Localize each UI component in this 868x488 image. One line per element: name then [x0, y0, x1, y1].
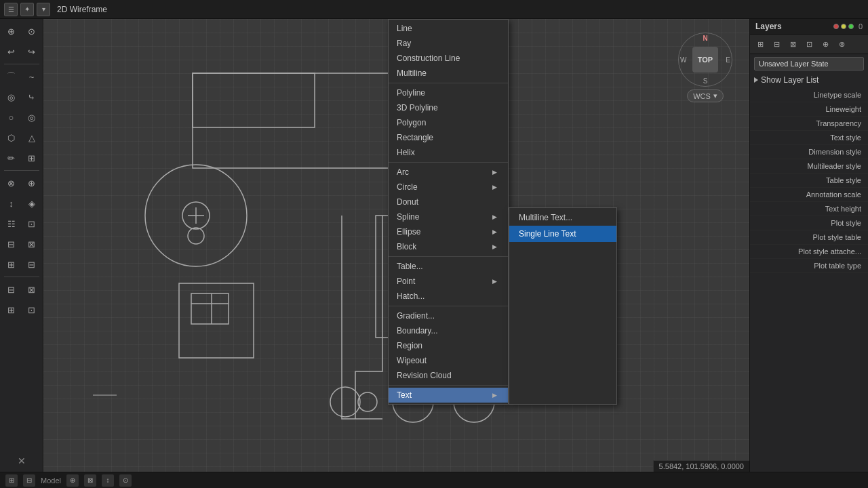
tool-arrow[interactable]: ⤷ — [22, 87, 41, 106]
compass-center[interactable]: TOP — [692, 47, 718, 73]
tool-sq4[interactable]: ⊟ — [22, 255, 41, 274]
right-panel: Layers 0 ⊞ ⊟ ⊠ ⊡ ⊕ ⊗ Unsaved Layer State… — [749, 19, 868, 472]
wcs-badge[interactable]: WCS ▾ — [687, 89, 724, 102]
show-layer-list-label: Show Layer List — [761, 75, 818, 85]
layer-tool-4[interactable]: ⊡ — [802, 37, 816, 52]
layer-state-label[interactable]: Unsaved Layer State — [754, 57, 864, 70]
tool-wave[interactable]: ~ — [22, 67, 41, 86]
tool-poly[interactable]: ○ — [2, 108, 21, 127]
tool-undo[interactable]: ↩ — [2, 42, 21, 61]
tool-edit[interactable]: ✏ — [2, 148, 21, 167]
compass-ring[interactable]: N S W E TOP — [678, 33, 732, 87]
menu-item-line[interactable]: Line — [389, 21, 508, 36]
tool-cube[interactable]: ⊠ — [22, 280, 41, 299]
menu-item-block[interactable]: Block — [389, 239, 508, 254]
quick-access-icon[interactable]: ✦ — [20, 3, 34, 16]
menu-item-table[interactable]: Table... — [389, 259, 508, 274]
menu-item-hatch[interactable]: Hatch... — [389, 289, 508, 304]
menu-item-text[interactable]: Text — [389, 388, 508, 403]
menu-item-polyline[interactable]: Polyline — [389, 85, 508, 100]
menu-sep-1 — [389, 83, 508, 83]
tool-ellipse[interactable]: ◎ — [22, 108, 41, 127]
ortho-icon[interactable]: ↕ — [102, 474, 114, 487]
tool-tri[interactable]: △ — [22, 128, 41, 147]
dropdown-arrow[interactable]: ▾ — [37, 3, 50, 16]
wcs-dropdown-arrow: ▾ — [713, 92, 717, 100]
svg-rect-3 — [191, 293, 229, 324]
bottom-icon-2[interactable]: ⊟ — [23, 474, 35, 487]
menu-item-construction-line[interactable]: Construction Line — [389, 51, 508, 66]
tool-plus[interactable]: ⊕ — [22, 174, 41, 192]
tool-sq3[interactable]: ⊞ — [2, 255, 21, 274]
menu-item-multiline[interactable]: Multiline — [389, 66, 508, 81]
layer-tool-5[interactable]: ⊕ — [818, 37, 833, 52]
sub-menu-item-single-line-text[interactable]: Single Line Text — [509, 226, 616, 242]
menu-item-donut[interactable]: Donut — [389, 195, 508, 209]
tool-new[interactable]: ⊕ — [2, 22, 21, 41]
snap-icon[interactable]: ⊕ — [66, 474, 79, 487]
menu-item-point[interactable]: Point — [389, 274, 508, 289]
menu-item-region[interactable]: Region — [389, 338, 508, 353]
menu-icon[interactable]: ☰ — [4, 3, 18, 16]
tool-render[interactable]: ⊞ — [2, 300, 21, 319]
layer-tool-1[interactable]: ⊞ — [753, 37, 768, 52]
menu-item-3d-polyline[interactable]: 3D Polyline — [389, 100, 508, 115]
tool-sq1[interactable]: ⊟ — [2, 235, 21, 253]
sub-menu-item-multiline-text[interactable]: Multiline Text... — [509, 209, 616, 226]
tool-open[interactable]: ⊙ — [22, 22, 41, 41]
menu-item-wipeout[interactable]: Wipeout — [389, 353, 508, 368]
svg-rect-0 — [193, 73, 389, 168]
tool-lines[interactable]: ☷ — [2, 214, 21, 233]
tool-square-dot[interactable]: ⊡ — [22, 214, 41, 233]
tool-diamond[interactable]: ◈ — [22, 194, 41, 213]
menu-item-boundary[interactable]: Boundary... — [389, 323, 508, 338]
tool-row-4: ◎ ⤷ — [2, 87, 41, 106]
close-x-icon[interactable]: ✕ — [18, 455, 26, 466]
tool-grid[interactable]: ⊞ — [22, 148, 41, 167]
menu-item-revision-cloud[interactable]: Revision Cloud — [389, 368, 508, 383]
menu-item-ellipse[interactable]: Ellipse — [389, 224, 508, 239]
left-toolbar: ⊕ ⊙ ↩ ↪ ⌒ ~ ◎ ⤷ ○ ◎ ⬡ △ ✏ ⊞ ⊗ — [0, 19, 43, 472]
tool-hex[interactable]: ⬡ — [2, 128, 21, 147]
layer-tool-6[interactable]: ⊗ — [834, 37, 849, 52]
menu-item-gradient[interactable]: Gradient... — [389, 308, 508, 323]
layers-title: Layers — [755, 22, 782, 31]
prop-dimension-style: Dimension style — [750, 145, 868, 159]
menu-item-circle[interactable]: Circle — [389, 180, 508, 195]
tool-camera[interactable]: ⊟ — [2, 280, 21, 299]
layer-tool-2[interactable]: ⊟ — [769, 37, 784, 52]
layers-dots: 0 — [833, 22, 863, 30]
tool-mat[interactable]: ⊡ — [22, 300, 41, 319]
menu-item-rectangle[interactable]: Rectangle — [389, 130, 508, 145]
show-layer-list[interactable]: Show Layer List — [750, 73, 868, 87]
menu-item-arc[interactable]: Arc — [389, 165, 508, 180]
workspace-label: 2D Wireframe — [57, 5, 107, 14]
polar-icon[interactable]: ⊙ — [119, 474, 132, 487]
prop-lineweight: Lineweight — [750, 102, 868, 117]
bottom-icon-1[interactable]: ⊞ — [5, 474, 18, 487]
tool-circle[interactable]: ◎ — [2, 87, 21, 106]
grid-icon[interactable]: ⊠ — [84, 474, 96, 487]
tool-row-6: ⬡ △ — [2, 128, 41, 147]
tool-cross[interactable]: ⊗ — [2, 174, 21, 192]
layer-tool-3[interactable]: ⊠ — [785, 37, 800, 52]
menu-item-spline[interactable]: Spline — [389, 209, 508, 224]
tool-sq2[interactable]: ⊠ — [22, 235, 41, 253]
tool-arc[interactable]: ⌒ — [2, 67, 21, 86]
layers-header: Layers 0 — [750, 19, 868, 35]
menu-item-polygon[interactable]: Polygon — [389, 115, 508, 130]
prop-plot-style: Plot style — [750, 216, 868, 230]
canvas-area[interactable]: Line Ray Construction Line Multiline Pol… — [43, 19, 749, 472]
dot-green — [848, 24, 854, 29]
tool-row-11: ⊟ ⊠ — [2, 235, 41, 253]
prop-plot-style-table: Plot style table — [750, 230, 868, 245]
prop-text-height: Text height — [750, 202, 868, 216]
menu-item-helix[interactable]: Helix — [389, 145, 508, 160]
menu-item-ray[interactable]: Ray — [389, 36, 508, 51]
sub-menu: Multiline Text... Single Line Text — [509, 207, 617, 405]
tool-row-10: ☷ ⊡ — [2, 214, 41, 233]
tool-redo[interactable]: ↪ — [22, 42, 41, 61]
tool-row-5: ○ ◎ — [2, 108, 41, 127]
tool-updown[interactable]: ↕ — [2, 194, 21, 213]
tool-separator-2 — [4, 170, 39, 171]
